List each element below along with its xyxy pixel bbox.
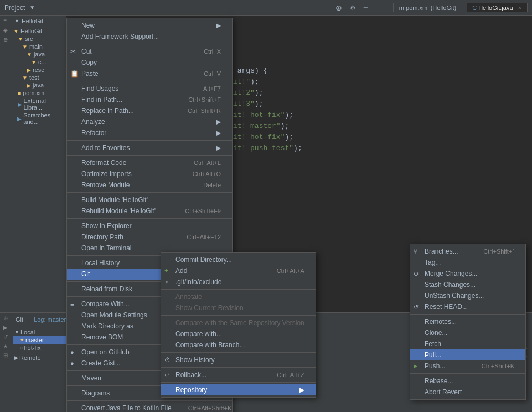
repo-menu-branches[interactable]: ⑂ Branches... Ctrl+Shift+` bbox=[410, 246, 525, 257]
repo-menu-fetch[interactable]: Fetch bbox=[410, 338, 525, 349]
menu-item-analyze[interactable]: Analyze ▶ bbox=[67, 116, 232, 127]
tree-item-java2[interactable]: ▶ java bbox=[11, 81, 66, 89]
sep-3 bbox=[67, 140, 232, 141]
git-menu-add[interactable]: + Add Ctrl+Alt+A bbox=[161, 265, 316, 276]
git-menu-show-history[interactable]: ⏱ Show History bbox=[161, 354, 316, 365]
menu-item-paste[interactable]: 📋 Paste Ctrl+V bbox=[67, 68, 232, 79]
tree-item-c[interactable]: ▼ c... bbox=[11, 58, 66, 66]
menu-item-show-explorer[interactable]: Show in Explorer bbox=[67, 220, 232, 231]
repo-menu-remotes[interactable]: Remotes... bbox=[410, 316, 525, 327]
repo-menu-abort-revert[interactable]: Abort Revert bbox=[410, 387, 525, 398]
branch-icon-master: ✦ bbox=[20, 337, 24, 343]
github-icon: ● bbox=[70, 349, 74, 356]
gist-icon: ● bbox=[70, 360, 74, 367]
git-menu-gitinfo[interactable]: ✦ .git/info/exclude bbox=[161, 276, 316, 287]
git-sep-1 bbox=[161, 289, 316, 290]
sep-1 bbox=[67, 44, 232, 44]
menu-item-refactor[interactable]: Refactor ▶ bbox=[67, 127, 232, 138]
top-toolbar: Project ▼ ⊕ ⚙ ─ m pom.xml (HelloGit) C H… bbox=[0, 0, 532, 16]
tree-item-external[interactable]: ▶ External Libra... bbox=[11, 97, 66, 111]
branch-master[interactable]: ✦ master bbox=[13, 336, 75, 344]
git-file-icon: ✦ bbox=[164, 279, 169, 285]
git-menu-repository[interactable]: Repository ▶ bbox=[161, 384, 316, 395]
git-menu-commit-dir[interactable]: Commit Directory... bbox=[161, 254, 316, 265]
tab-pom-xml[interactable]: m pom.xml (HelloGit) bbox=[393, 3, 462, 12]
branch-icon-hotfix: ○ bbox=[20, 345, 23, 351]
sep-2 bbox=[67, 81, 232, 81]
menu-item-convert-kotlin[interactable]: Convert Java File to Kotlin File Ctrl+Al… bbox=[67, 403, 232, 412]
tab-hellgit-java[interactable]: C HelloGit.java × bbox=[467, 3, 528, 12]
menu-item-build-module[interactable]: Build Module 'HelloGit' bbox=[67, 194, 232, 205]
git-menu-compare-same-repo: Compare with the Same Repository Version bbox=[161, 317, 316, 328]
add-icon: + bbox=[164, 267, 168, 275]
menu-item-replace-in-path[interactable]: Replace in Path... Ctrl+Shift+R bbox=[67, 105, 232, 116]
git-side-icon-3[interactable]: ↺ bbox=[3, 334, 8, 340]
minimize-icon[interactable]: ─ bbox=[364, 4, 368, 11]
git-side-icon-1[interactable]: ⊕ bbox=[3, 315, 8, 321]
cut-icon: ✂ bbox=[70, 48, 76, 55]
sep-13 bbox=[67, 400, 232, 401]
local-section[interactable]: ▼ Local bbox=[13, 328, 75, 336]
menu-item-find-usages[interactable]: Find Usages Alt+F7 bbox=[67, 83, 232, 94]
repo-menu-stash[interactable]: Stash Changes... bbox=[410, 279, 525, 290]
merge-icon: ⊕ bbox=[414, 270, 419, 277]
sep-4 bbox=[67, 155, 232, 156]
sep-5 bbox=[67, 192, 232, 193]
project-collapse-icon[interactable]: ▼ bbox=[14, 18, 19, 24]
tree-item-test[interactable]: ▼ test bbox=[11, 74, 66, 81]
menu-item-add-favorites[interactable]: Add to Favorites ▶ bbox=[67, 142, 232, 153]
git-log-label[interactable]: Log: master bbox=[34, 316, 66, 323]
local-collapse-icon[interactable]: ▼ bbox=[14, 329, 19, 335]
menu-item-new[interactable]: New ▶ bbox=[67, 20, 232, 31]
repo-menu-tag[interactable]: Tag... bbox=[410, 257, 525, 268]
settings-icon[interactable]: ⚙ bbox=[350, 4, 356, 12]
branch-hotfix[interactable]: ○ hot-fix bbox=[13, 344, 75, 352]
git-sep-2 bbox=[161, 315, 316, 316]
repo-menu-push[interactable]: ▶ Push... Ctrl+Shift+K bbox=[410, 360, 525, 372]
tree-item-resc[interactable]: ▶ resc bbox=[11, 66, 66, 74]
remote-collapse-icon[interactable]: ▶ bbox=[14, 355, 18, 360]
menu-item-dir-path[interactable]: Directory Path Ctrl+Alt+F12 bbox=[67, 231, 232, 243]
history-icon: ⏱ bbox=[164, 357, 171, 363]
menu-item-add-framework[interactable]: Add Framework Support... bbox=[67, 31, 232, 42]
tree-item-main[interactable]: ▼ main bbox=[11, 43, 66, 50]
git-side-icon-4[interactable]: ★ bbox=[3, 343, 8, 349]
menu-item-rebuild-module[interactable]: Rebuild Module 'HelloGit' Ctrl+Shift+F9 bbox=[67, 205, 232, 217]
compare-icon: ≡ bbox=[70, 300, 75, 308]
tree-item-pomxml[interactable]: ■ pom.xml bbox=[11, 89, 66, 97]
menu-item-copy[interactable]: Copy bbox=[67, 57, 232, 68]
reset-icon: ↺ bbox=[414, 303, 419, 311]
git-submenu: Commit Directory... + Add Ctrl+Alt+A ✦ .… bbox=[161, 252, 316, 398]
repo-menu-unstash[interactable]: UnStash Changes... bbox=[410, 290, 525, 301]
repo-menu-rebase[interactable]: Rebase... bbox=[410, 375, 525, 387]
git-menu-annotate: Annotate bbox=[161, 291, 316, 302]
sidebar-icon-3[interactable]: ⊕ bbox=[3, 37, 8, 43]
menu-item-find-in-path[interactable]: Find in Path... Ctrl+Shift+F bbox=[67, 94, 232, 105]
git-menu-rollback[interactable]: ↩ Rollback... Ctrl+Alt+Z bbox=[161, 369, 316, 380]
repo-menu-pull[interactable]: Pull... bbox=[410, 349, 525, 360]
remote-section[interactable]: ▶ Remote bbox=[13, 354, 75, 362]
tree-item-scratches[interactable]: ▶ Scratches and... bbox=[11, 111, 66, 126]
git-side-icon-5[interactable]: ⊞ bbox=[3, 352, 8, 358]
git-label: Git: bbox=[16, 316, 25, 323]
menu-item-reformat[interactable]: Reformat Code Ctrl+Alt+L bbox=[67, 157, 232, 168]
git-menu-compare-with[interactable]: Compare with... bbox=[161, 328, 316, 339]
close-tab-icon[interactable]: × bbox=[518, 4, 521, 11]
repo-menu-reset-head[interactable]: ↺ Reset HEAD... bbox=[410, 301, 525, 312]
menu-item-cut[interactable]: ✂ Cut Ctrl+X bbox=[67, 46, 232, 57]
project-title[interactable]: Project bbox=[4, 4, 25, 12]
repo-menu-clone[interactable]: Clone... bbox=[410, 327, 525, 338]
git-menu-compare-branch[interactable]: Compare with Branch... bbox=[161, 339, 316, 351]
tree-item-java1[interactable]: ▼ java bbox=[11, 50, 66, 58]
git-side-icon-2[interactable]: ▶ bbox=[3, 325, 8, 331]
global-icon[interactable]: ⊕ bbox=[335, 3, 342, 12]
sidebar-icon-1[interactable]: ≡ bbox=[4, 18, 7, 24]
dropdown-icon[interactable]: ▼ bbox=[29, 4, 35, 11]
tree-item-hellgit[interactable]: ▼ HelloGit bbox=[11, 27, 66, 35]
repo-menu-merge[interactable]: ⊕ Merge Changes... bbox=[410, 268, 525, 279]
sidebar-icon-2[interactable]: ◈ bbox=[3, 27, 8, 33]
menu-item-remove-module[interactable]: Remove Module Delete bbox=[67, 179, 232, 190]
menu-item-optimize-imports[interactable]: Optimize Imports Ctrl+Alt+O bbox=[67, 168, 232, 179]
tree-item-src[interactable]: ▼ src bbox=[11, 35, 66, 43]
rollback-icon: ↩ bbox=[164, 372, 169, 379]
